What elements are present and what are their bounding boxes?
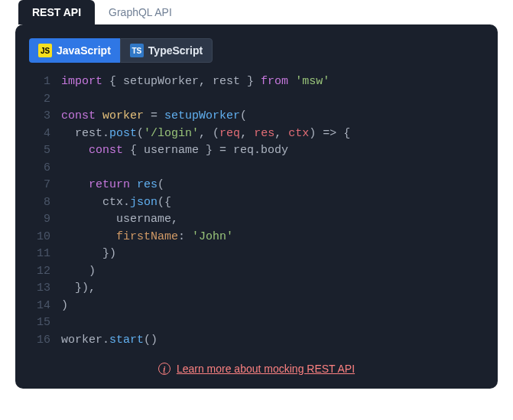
language-tabs: JS JavaScript TS TypeScript [29,38,498,63]
line-number: 5 [29,142,50,160]
line-number: 7 [29,177,50,194]
line-number: 1 [29,73,50,91]
line-number: 12 [29,263,50,281]
tab-graphql-api[interactable]: GraphQL API [95,0,186,24]
code-line: 14) [29,298,484,315]
code-line-content: rest.post('/login', (req, res, ctx) => { [61,125,350,143]
code-line-content: firstName: 'John' [61,229,233,246]
code-line-content: ) [61,263,96,281]
code-line: 2 [29,91,484,109]
code-line-content: username, [61,211,178,229]
info-icon: i [158,363,170,375]
code-line: 12 ) [29,263,484,281]
code-panel: JS JavaScript TS TypeScript 1import { se… [15,24,498,389]
code-line-content: const { username } = req.body [61,142,288,160]
line-number: 14 [29,298,50,315]
code-line: 10 firstName: 'John' [29,229,484,246]
code-line: 3const worker = setupWorker( [29,108,484,125]
code-line-content: }), [61,280,96,298]
code-line-content: ) [61,298,68,315]
line-number: 9 [29,211,50,229]
learn-more-link[interactable]: i Learn more about mocking REST API [15,363,498,375]
typescript-icon: TS [130,44,144,57]
javascript-icon: JS [38,44,52,57]
code-line-content: worker.start() [61,332,157,350]
lang-tab-typescript[interactable]: TS TypeScript [120,38,213,63]
code-line: 9 username, [29,211,484,229]
code-line: 5 const { username } = req.body [29,142,484,160]
tab-rest-api[interactable]: REST API [18,0,95,24]
line-number: 15 [29,314,50,332]
line-number: 10 [29,229,50,246]
code-line-content [61,160,68,177]
line-number: 11 [29,246,50,263]
code-line: 7 return res( [29,177,484,194]
lang-tab-javascript[interactable]: JS JavaScript [29,38,120,63]
code-line: 15 [29,314,484,332]
code-line: 16worker.start() [29,332,484,350]
code-line-content: import { setupWorker, rest } from 'msw' [61,73,330,91]
line-number: 4 [29,125,50,143]
code-line: 8 ctx.json({ [29,194,484,212]
code-line: 11 }) [29,246,484,263]
code-line-content [61,314,68,332]
code-line: 4 rest.post('/login', (req, res, ctx) =>… [29,125,484,143]
api-type-tabs: REST API GraphQL API [0,0,513,24]
code-line-content: ctx.json({ [61,194,171,212]
lang-tab-label: JavaScript [57,44,111,57]
lang-tab-label: TypeScript [148,44,203,57]
line-number: 16 [29,332,50,350]
code-line-content: return res( [61,177,164,194]
code-line-content [61,91,68,109]
code-line: 13 }), [29,280,484,298]
code-line-content: }) [61,246,116,263]
code-line: 6 [29,160,484,177]
code-block: 1import { setupWorker, rest } from 'msw'… [15,73,498,349]
line-number: 8 [29,194,50,212]
line-number: 3 [29,108,50,125]
line-number: 6 [29,160,50,177]
line-number: 2 [29,91,50,109]
code-line: 1import { setupWorker, rest } from 'msw' [29,73,484,91]
code-line-content: const worker = setupWorker( [61,108,247,125]
line-number: 13 [29,280,50,298]
learn-more-label: Learn more about mocking REST API [177,363,355,375]
